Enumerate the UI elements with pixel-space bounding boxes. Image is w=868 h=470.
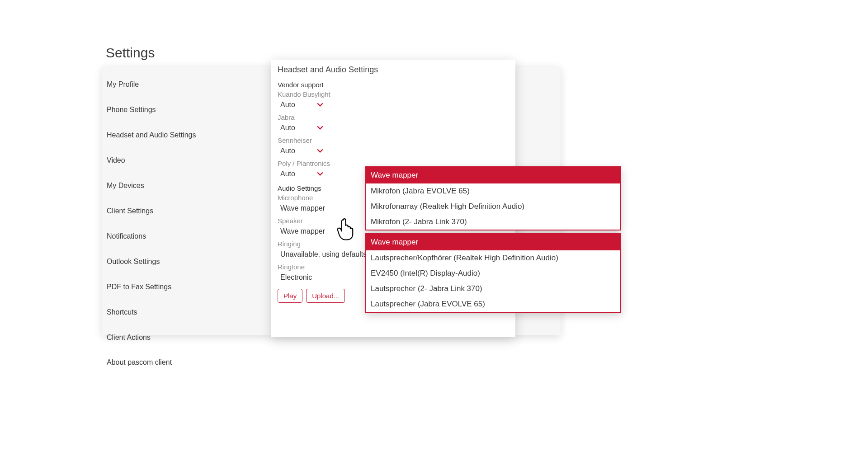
sidebar-item-outlook[interactable]: Outlook Settings [102,252,256,271]
vendor-value-poly: Auto [280,170,295,178]
ringtone-value: Electronic [280,273,312,282]
mic-dropdown-selected[interactable]: Wave mapper [366,167,620,183]
vendor-label-jabra: Jabra [278,113,509,121]
mic-option-0[interactable]: Mikrofon (Jabra EVOLVE 65) [366,183,620,199]
vendor-label-sennheiser: Sennheiser [278,136,509,144]
sidebar-divider [106,350,252,350]
mic-option-2[interactable]: Mikrofon (2- Jabra Link 370) [366,214,620,230]
sidebar-item-video[interactable]: Video [102,151,256,170]
sidebar-item-my-profile[interactable]: My Profile [102,75,256,94]
ringing-value: Unavailable, using defaults [280,250,367,258]
speaker-dropdown-selected[interactable]: Wave mapper [366,234,620,250]
microphone-dropdown: Wave mapper Mikrofon (Jabra EVOLVE 65) M… [365,166,621,230]
vendor-value-kuando: Auto [280,101,295,109]
chevron-down-icon [317,171,323,177]
vendor-select-jabra[interactable]: Auto [278,122,509,135]
vendor-select-kuando[interactable]: Auto [278,99,509,112]
chevron-down-icon [317,102,323,108]
upload-button[interactable]: Upload... [306,289,345,303]
sidebar-item-about[interactable]: About pascom client [102,353,256,372]
speaker-value: Wave mapper [280,227,325,235]
vendor-support-heading: Vendor support [278,81,509,89]
speaker-option-0[interactable]: Lautsprecher/Kopfhörer (Realtek High Def… [366,250,620,266]
mic-option-1[interactable]: Mikrofonarray (Realtek High Definition A… [366,199,620,214]
speaker-option-1[interactable]: EV2450 (Intel(R) Display-Audio) [366,266,620,281]
chevron-down-icon [317,148,323,154]
sidebar-item-client-actions[interactable]: Client Actions [102,328,256,347]
speaker-option-2[interactable]: Lautsprecher (2- Jabra Link 370) [366,281,620,296]
sidebar-item-client-settings[interactable]: Client Settings [102,202,256,221]
chevron-down-icon [317,125,323,131]
sidebar-item-shortcuts[interactable]: Shortcuts [102,303,256,322]
sidebar-item-my-devices[interactable]: My Devices [102,176,256,195]
vendor-value-sennheiser: Auto [280,147,295,155]
play-button[interactable]: Play [278,289,302,303]
sidebar-item-notifications[interactable]: Notifications [102,227,256,246]
panel-title: Headset and Audio Settings [278,65,509,75]
sidebar-item-pdf-fax[interactable]: PDF to Fax Settings [102,277,256,296]
sidebar-item-headset-audio[interactable]: Headset and Audio Settings [102,126,256,145]
microphone-value: Wave mapper [280,204,325,212]
vendor-value-jabra: Auto [280,124,295,132]
sidebar-item-phone-settings[interactable]: Phone Settings [102,100,256,119]
speaker-option-3[interactable]: Lautsprecher (Jabra EVOLVE 65) [366,296,620,312]
speaker-dropdown: Wave mapper Lautsprecher/Kopfhörer (Real… [365,233,621,313]
settings-sidebar: My Profile Phone Settings Headset and Au… [102,67,256,380]
page-title: Settings [106,45,155,61]
vendor-select-sennheiser[interactable]: Auto [278,145,509,158]
vendor-label-kuando: Kuando Busylight [278,90,509,98]
